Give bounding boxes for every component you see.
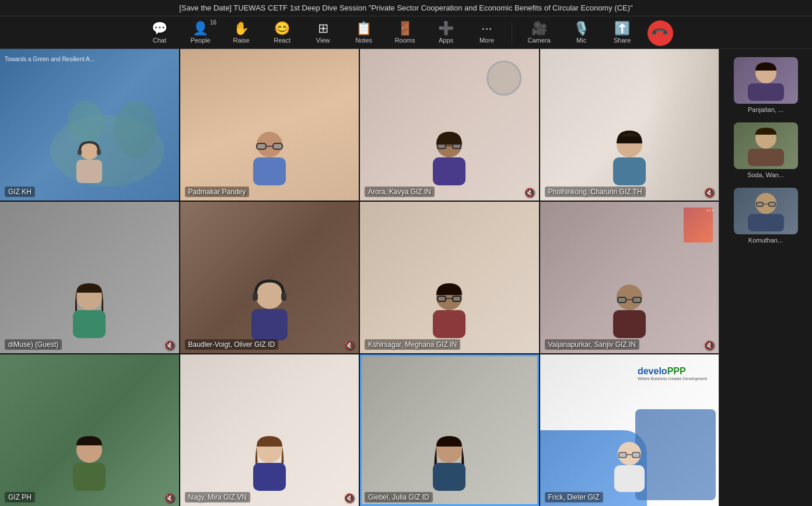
apps-icon: ➕ <box>438 22 454 35</box>
sidebar-participant-panjaitan: Panjaitan, ... <box>719 54 812 117</box>
svg-rect-32 <box>633 297 641 303</box>
svg-rect-26 <box>438 296 446 301</box>
participant-name-giz-kh: GIZ KH <box>5 187 35 197</box>
sidebar-name-komuthan: Komuthan... <box>748 237 783 244</box>
video-grid: Towards a Green and Resilient A... <box>0 49 719 506</box>
svg-rect-6 <box>97 149 101 155</box>
person-dieter <box>606 440 653 492</box>
mute-indicator-giz-ph: 🔇 <box>164 493 174 503</box>
mute-indicator-oliver: 🔇 <box>344 340 354 350</box>
sidebar-avatar-komuthan <box>734 188 798 234</box>
person-meghana <box>426 281 473 339</box>
video-cell-julia: Giebel, Julia GIZ ID <box>360 354 539 506</box>
svg-rect-52 <box>769 202 775 206</box>
apps-button[interactable]: ➕ Apps <box>425 20 466 46</box>
video-cell-meghana: Kshirsagar, Meghana GIZ IN <box>360 202 539 353</box>
svg-rect-23 <box>281 293 286 301</box>
video-cell-giz-ph: GIZ PH 🔇 <box>0 354 179 506</box>
svg-rect-45 <box>614 465 645 492</box>
participant-name-meghana: Kshirsagar, Meghana GIZ IN <box>365 339 460 350</box>
video-cell-mira: Nagy, Mira GIZ VN 🔇 <box>180 354 359 506</box>
sidebar-avatar-soda <box>734 122 798 169</box>
svg-rect-18 <box>613 157 646 185</box>
video-cell-dimuse: diMuse) (Guest) 🔇 <box>0 202 179 353</box>
mic-icon: 🎙️ <box>573 22 589 35</box>
person-mira <box>246 434 293 492</box>
chat-label: Chat <box>153 37 166 44</box>
end-call-button[interactable]: 📞 <box>648 20 673 46</box>
rooms-button[interactable]: 🚪 Rooms <box>384 20 426 46</box>
svg-rect-5 <box>78 149 82 155</box>
mic-label: Mic <box>576 37 586 44</box>
avatar-inner-soda <box>734 122 798 169</box>
person-dimuse <box>66 281 113 339</box>
mute-indicator-sanjiv: 🔇 <box>704 340 714 350</box>
svg-rect-47 <box>748 83 784 101</box>
participant-name-dieter: Frick, Dieter GIZ <box>545 492 603 503</box>
avatar-inner-komuthan <box>734 188 798 234</box>
video-cell-padmakar: Padmakar Pandey <box>180 49 359 201</box>
mute-indicator-mira: 🔇 <box>344 493 354 503</box>
svg-rect-24 <box>251 309 288 340</box>
svg-rect-42 <box>619 452 626 458</box>
participant-name-padmakar: Padmakar Pandey <box>185 187 250 197</box>
chat-button[interactable]: 💬 Chat <box>139 20 180 46</box>
camera-icon: 🎥 <box>531 22 547 35</box>
people-button[interactable]: 👤16 People <box>180 20 220 46</box>
participant-name-oliver: Baudler-Voigt, Oliver GIZ ID <box>185 339 279 350</box>
chat-icon: 💬 <box>152 22 167 35</box>
meeting-title: [Save the Date] TUEWAS CETF 1st Deep Div… <box>179 3 632 12</box>
react-label: React <box>274 37 290 44</box>
people-count: 16 <box>210 20 216 26</box>
share-button[interactable]: ⬆️ Share <box>602 20 643 46</box>
participant-name-mira: Nagy, Mira GIZ VN <box>185 492 250 503</box>
svg-point-1 <box>114 100 158 157</box>
camera-button[interactable]: 🎥 Camera <box>517 20 561 46</box>
react-button[interactable]: 😊 React <box>262 20 303 46</box>
raise-button[interactable]: ✋ Raise <box>221 20 262 46</box>
person-charurin <box>606 128 653 187</box>
sidebar-avatar-panjaitan <box>734 57 798 104</box>
svg-rect-20 <box>73 310 106 338</box>
rooms-label: Rooms <box>395 37 415 44</box>
apps-label: Apps <box>439 37 453 44</box>
svg-rect-29 <box>433 310 466 338</box>
svg-rect-31 <box>618 297 626 303</box>
svg-rect-11 <box>253 157 286 185</box>
participant-name-dimuse: diMuse) (Guest) <box>5 339 62 350</box>
more-icon: ··· <box>481 22 492 35</box>
participant-name-sanjiv: Vaijanapurkar, Sanjiv GIZ IN <box>545 339 640 350</box>
map-svg <box>36 58 178 201</box>
notes-label: Notes <box>355 37 372 44</box>
participant-name-charurin: Pholhinkong, Charurin GIZ TH <box>545 187 646 197</box>
more-button[interactable]: ··· More <box>466 20 507 46</box>
svg-rect-9 <box>273 143 282 149</box>
video-cell-sanjiv: Vaijanapurkar, Sanjiv GIZ IN 🔇 ··· <box>540 202 719 353</box>
sidebar-name-panjaitan: Panjaitan, ... <box>748 106 783 113</box>
person-komuthan <box>740 191 792 231</box>
more-options-sanjiv[interactable]: ··· <box>706 205 714 216</box>
person-oliver <box>243 277 296 342</box>
raise-icon: ✋ <box>233 22 249 35</box>
svg-rect-36 <box>73 463 106 491</box>
mic-button[interactable]: 🎙️ Mic <box>561 20 602 46</box>
react-icon: 😊 <box>274 22 290 35</box>
devppp-logo: develoPPP Where Business creates Develop… <box>638 366 707 381</box>
view-label: View <box>316 37 330 44</box>
toolbar-divider <box>512 23 512 44</box>
svg-rect-4 <box>76 160 102 183</box>
main-content: Towards a Green and Resilient A... <box>0 49 812 506</box>
notes-button[interactable]: 📋 Notes <box>344 20 384 46</box>
person-giz-ph <box>66 434 113 492</box>
mute-indicator-dimuse: 🔇 <box>164 340 174 350</box>
view-button[interactable]: ⊞ View <box>303 20 344 46</box>
svg-rect-8 <box>257 143 266 149</box>
mute-indicator-charurin: 🔇 <box>704 188 714 197</box>
share-label: Share <box>614 37 631 44</box>
video-cell-kavya: Arora, Kavya GIZ IN 🔇 <box>360 49 539 201</box>
video-cell-dieter: develoPPP Where Business creates Develop… <box>540 354 719 506</box>
people-label: People <box>190 37 210 44</box>
toolbar: 💬 Chat 👤16 People ✋ Raise 😊 React ⊞ View… <box>0 16 812 49</box>
svg-rect-16 <box>433 157 466 185</box>
svg-point-2 <box>68 100 103 143</box>
